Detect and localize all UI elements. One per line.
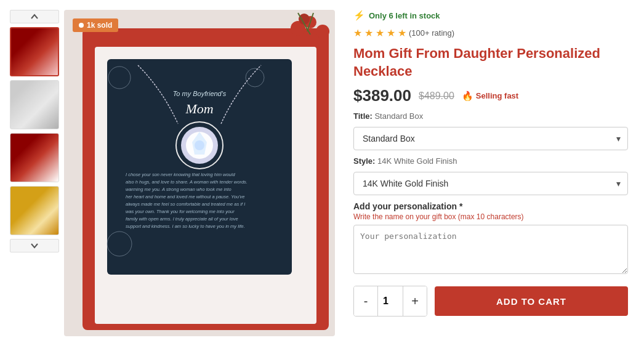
thumbnail-list <box>10 10 59 349</box>
svg-text:warming me you. A strong woman: warming me you. A strong woman who took … <box>126 187 231 192</box>
thumb-scroll-down[interactable] <box>10 239 59 252</box>
svg-text:family with open arms. I truly: family with open arms. I truly appreciat… <box>126 216 238 222</box>
quantity-input[interactable] <box>377 286 403 316</box>
svg-text:always made me feel so comfort: always made me feel so comfortable and t… <box>126 201 245 207</box>
price-original: $489.00 <box>419 91 454 102</box>
personalization-hint: Write the name on your gift box (max 10 … <box>353 212 628 221</box>
style-label-row: Style: 14K White Gold Finish <box>353 156 628 166</box>
title-label-value: Standard Box <box>374 111 423 121</box>
thumbnail-4[interactable] <box>10 186 59 235</box>
title-label: Title: <box>353 111 372 121</box>
left-panel: 1k sold To my Boyfriend's Mom <box>10 10 335 349</box>
stock-text: Only 6 left in stock <box>369 11 440 20</box>
price-current: $389.00 <box>353 86 411 105</box>
personalization-section: Add your personalization * Write the nam… <box>353 201 628 276</box>
style-select-wrapper: 14K White Gold Finish 18K Gold Finish Ro… <box>353 172 628 195</box>
selling-fast: 🔥 Selling fast <box>462 91 518 102</box>
star-2: ★ <box>364 27 373 39</box>
style-select[interactable]: 14K White Gold Finish 18K Gold Finish Ro… <box>353 172 628 195</box>
product-page: 1k sold To my Boyfriend's Mom <box>0 0 644 359</box>
main-product-image: 1k sold To my Boyfriend's Mom <box>64 10 335 336</box>
star-4: ★ <box>387 27 395 39</box>
svg-text:also h hugs, and love to share: also h hugs, and love to share. A woman … <box>126 179 248 185</box>
personalization-input[interactable] <box>353 225 628 274</box>
thumbnail-2[interactable] <box>10 80 59 129</box>
svg-text:To my Boyfriend's: To my Boyfriend's <box>173 90 227 97</box>
star-1: ★ <box>353 27 362 39</box>
personalization-label: Add your personalization * <box>353 201 628 211</box>
quantity-minus-button[interactable]: - <box>354 286 377 316</box>
thumbnail-3[interactable] <box>10 133 59 182</box>
product-title: Mom Gift From Daughter Personalized Neck… <box>353 45 628 80</box>
star-5: ★ <box>398 27 406 39</box>
style-label: Style: <box>353 156 375 166</box>
rating-row: ★ ★ ★ ★ ★ (100+ rating) <box>353 27 628 39</box>
selling-fast-text: Selling fast <box>476 91 518 100</box>
product-image-svg: To my Boyfriend's Mom I chose your son n… <box>64 10 335 336</box>
sold-badge-text: 1k sold <box>87 21 112 30</box>
sold-badge-dot <box>79 23 84 28</box>
thumb-scroll-up[interactable] <box>10 10 59 23</box>
thumbnail-1[interactable] <box>10 27 59 76</box>
quantity-box: - + <box>353 286 427 317</box>
svg-point-13 <box>195 140 204 150</box>
svg-text:her heart and home and loved m: her heart and home and loved me without … <box>126 194 245 200</box>
svg-text:Mom: Mom <box>185 101 213 116</box>
bolt-icon: ⚡ <box>353 10 365 21</box>
star-3: ★ <box>376 27 384 39</box>
title-select-wrapper: Standard Box Luxury Box ▾ <box>353 127 628 150</box>
title-select[interactable]: Standard Box Luxury Box <box>353 127 628 150</box>
svg-text:was your own. Thank you for we: was your own. Thank you for welcoming me… <box>126 209 235 214</box>
quantity-plus-button[interactable]: + <box>403 286 427 316</box>
style-label-value: 14K White Gold Finish <box>377 156 457 166</box>
svg-point-24 <box>316 25 329 38</box>
flame-icon: 🔥 <box>462 91 473 102</box>
stock-line: ⚡ Only 6 left in stock <box>353 10 628 21</box>
add-cart-row: - + ADD TO CART <box>353 286 628 317</box>
rating-count: (100+ rating) <box>409 28 454 38</box>
price-row: $389.00 $489.00 🔥 Selling fast <box>353 86 628 105</box>
title-label-row: Title: Standard Box <box>353 111 628 121</box>
svg-text:I chose your son never knowing: I chose your son never knowing that lovi… <box>126 172 235 177</box>
svg-text:support and kindness. I am so : support and kindness. I am so lucky to h… <box>126 224 245 229</box>
right-panel: ⚡ Only 6 left in stock ★ ★ ★ ★ ★ (100+ r… <box>347 10 634 349</box>
add-to-cart-button[interactable]: ADD TO CART <box>435 286 628 316</box>
sold-badge: 1k sold <box>73 18 118 32</box>
